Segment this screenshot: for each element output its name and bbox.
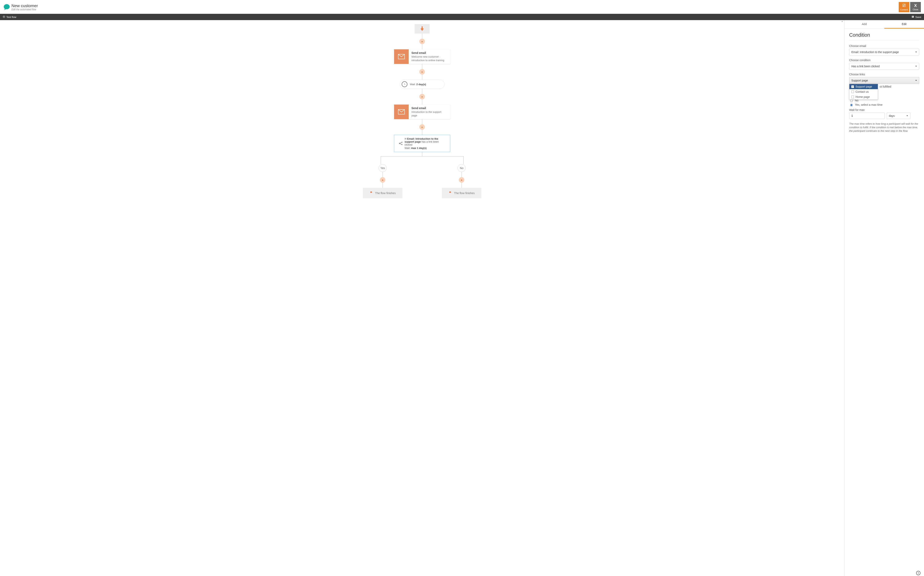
save-icon [911, 15, 914, 19]
add-step-button[interactable]: + [459, 177, 464, 182]
page-title: New customer [11, 3, 38, 8]
app-header: New customer Edit the automated flow Con… [0, 0, 924, 14]
links-dropdown: Support page Contact us Home page [849, 84, 878, 99]
checkbox-icon [851, 96, 854, 98]
dropdown-option[interactable]: Contact us [849, 89, 878, 94]
branch-yes[interactable]: Yes [379, 164, 387, 172]
branch-no[interactable]: No [458, 164, 465, 172]
flow-canvas[interactable]: + Send email Welcome new customer - intr… [0, 20, 844, 576]
svg-rect-0 [903, 4, 905, 7]
email-node-title: Send email [411, 107, 448, 110]
toolbar: Test flow Save [0, 14, 924, 20]
test-flow-button[interactable]: Test flow [3, 16, 16, 19]
flag-icon [449, 191, 452, 195]
choose-links-multiselect[interactable]: Support page [849, 77, 919, 84]
wait-unit-select[interactable]: days [887, 113, 910, 119]
wait-value-input[interactable] [849, 113, 885, 119]
page-subtitle: Edit the automated flow [11, 8, 38, 11]
overflow-text: ot fulfilled [879, 85, 891, 88]
save-button[interactable]: Save [911, 15, 921, 19]
dropdown-option[interactable]: Home page [849, 94, 878, 99]
side-panel: Add Edit Condition Choose email Email: I… [844, 20, 924, 576]
choose-email-select[interactable]: Email: Introduction to the support page [849, 49, 919, 56]
close-button[interactable]: X Close [910, 2, 921, 12]
dropdown-option[interactable]: Support page [849, 84, 878, 89]
envelope-icon [394, 104, 409, 119]
email-node-title: Send email [411, 51, 448, 54]
caret-down-icon [915, 80, 917, 81]
checkbox-icon [851, 91, 854, 93]
choose-condition-select[interactable]: Has a link been clicked [849, 63, 919, 70]
close-icon: X [914, 3, 917, 8]
flow-finish[interactable]: The flow finishes [442, 188, 481, 198]
add-step-button[interactable]: + [419, 94, 425, 99]
condition-node[interactable]: ✉Email: Introduction to the support page… [394, 135, 450, 152]
info-button[interactable]: ! [916, 571, 921, 575]
content-button[interactable]: Content [899, 2, 910, 12]
wait-node[interactable]: Wait: 2 day(s) [400, 80, 444, 89]
branch-lines [355, 152, 489, 164]
flow-finish[interactable]: The flow finishes [363, 188, 403, 198]
add-step-button[interactable]: + [419, 38, 425, 44]
wait-hint-text: The max time refers to how long a partic… [849, 122, 919, 133]
choose-links-label: Choose links [849, 73, 919, 76]
condition-line2: Wait: max 1 day(s) [404, 147, 447, 149]
play-icon [3, 16, 5, 19]
envelope-icon [394, 49, 409, 64]
add-step-button[interactable]: + [419, 124, 425, 130]
panel-heading: Condition [849, 32, 919, 38]
email-node-desc: Introduction to the support page [411, 110, 448, 117]
flag-icon [370, 191, 373, 195]
app-logo [3, 3, 11, 11]
add-step-button[interactable]: + [380, 177, 385, 182]
svg-rect-2 [422, 26, 423, 29]
tab-edit[interactable]: Edit [884, 20, 924, 29]
wait-radio-group: No Yes, select a max time [849, 99, 919, 106]
tab-add[interactable]: Add [844, 20, 884, 29]
condition-line1: ✉Email: Introduction to the support page… [404, 137, 447, 146]
flow-start [415, 24, 430, 34]
wait-text: Wait: 2 day(s) [410, 83, 426, 86]
wait-for-max-label: Wait for max [849, 108, 919, 112]
choose-email-label: Choose email [849, 45, 919, 48]
radio-yes[interactable]: Yes, select a max time [849, 103, 919, 106]
email-node-desc: Welcome new customer - introduction to o… [411, 55, 448, 62]
email-node-2[interactable]: Send email Introduction to the support p… [394, 104, 450, 119]
checkbox-icon [851, 85, 854, 88]
choose-condition-label: Choose condition [849, 59, 919, 62]
branch-icon [397, 137, 404, 149]
clock-icon [402, 81, 407, 87]
email-node-1[interactable]: Send email Welcome new customer - introd… [394, 49, 450, 64]
add-step-button[interactable]: + [419, 69, 425, 75]
edit-content-icon [902, 3, 906, 8]
